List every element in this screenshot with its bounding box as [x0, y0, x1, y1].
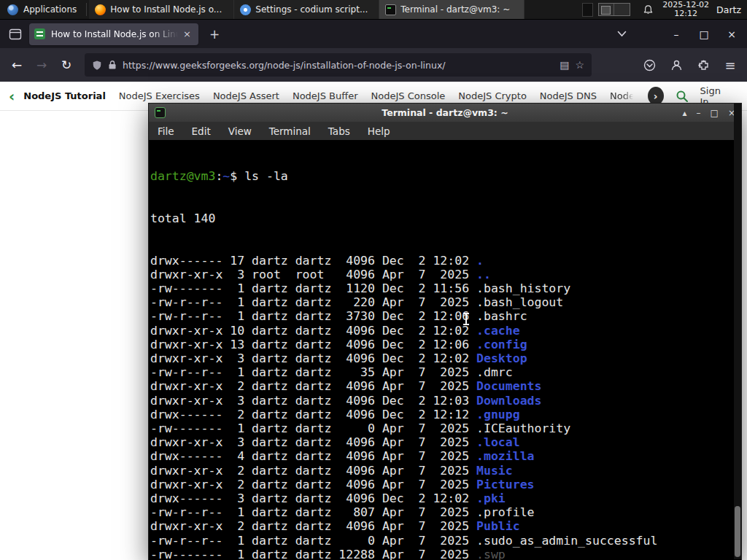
- search-icon[interactable]: [676, 90, 689, 103]
- ls-row: drwxr-xr-x 10 dartz dartz 4096 Dec 2 12:…: [150, 324, 741, 338]
- browser-close-button[interactable]: ×: [721, 25, 743, 44]
- sitenav-item[interactable]: NodeJS Tutorial: [23, 90, 106, 101]
- panel-window-button[interactable]: Terminal - dartz@vm3: ~: [379, 0, 525, 19]
- lock-icon[interactable]: [108, 60, 117, 70]
- terminal-scrollbar-thumb[interactable]: [735, 506, 740, 557]
- ls-row: -rw-r--r-- 1 dartz dartz 0 Apr 7 2025 .s…: [150, 534, 741, 548]
- clock[interactable]: 2025-12-02 12:12: [662, 1, 709, 18]
- sitenav-item[interactable]: Node: [610, 90, 635, 101]
- ls-row: drwxr-xr-x 3 root root 4096 Apr 7 2025 .…: [150, 268, 741, 281]
- ls-filename: ..: [476, 268, 491, 281]
- reader-mode-icon[interactable]: ▤: [560, 59, 569, 71]
- terminal-menu-item[interactable]: Edit: [192, 125, 211, 137]
- ls-columns: drwxr-xr-x 2 dartz dartz 4096 Apr 7 2025: [150, 464, 476, 478]
- applications-icon: [7, 4, 18, 15]
- geeksforgeeks-favicon-icon: [34, 28, 45, 39]
- tab-title: How to Install Node.js on Linux: [51, 29, 181, 39]
- workspace-2[interactable]: [614, 4, 630, 15]
- ls-row: drwxr-xr-x 13 dartz dartz 4096 Dec 2 12:…: [150, 338, 741, 351]
- desktop: Applications How to Install Node.js o...…: [0, 0, 747, 560]
- account-icon[interactable]: [665, 54, 687, 76]
- panel-window-button[interactable]: Settings - codium script...: [234, 0, 379, 19]
- ls-row: drwxr-xr-x 3 dartz dartz 4096 Dec 2 12:0…: [150, 394, 741, 408]
- menu-icon[interactable]: ≡: [719, 54, 741, 76]
- panel-window-button[interactable]: How to Install Node.js o...: [89, 0, 234, 19]
- terminal-menu-item[interactable]: File: [158, 125, 174, 137]
- firefox-view-icon[interactable]: [6, 25, 25, 44]
- ls-filename: Desktop: [476, 351, 527, 365]
- forward-button[interactable]: →: [31, 54, 53, 76]
- new-tab-button[interactable]: +: [204, 24, 225, 44]
- ls-row: drwxr-xr-x 3 dartz dartz 4096 Dec 2 12:0…: [150, 351, 741, 365]
- ls-filename: .bash_logout: [476, 295, 563, 309]
- workspace-1[interactable]: [599, 4, 614, 15]
- sitenav-item[interactable]: NodeJS DNS: [540, 90, 597, 101]
- show-desktop-button[interactable]: [582, 3, 593, 17]
- reload-button[interactable]: ↻: [55, 54, 77, 76]
- back-button[interactable]: ←: [6, 54, 28, 76]
- sitenav-item[interactable]: NodeJS Assert: [213, 90, 279, 101]
- terminal-window-controls: ▴ – □ ×: [683, 108, 735, 118]
- url-bar[interactable]: https://www.geeksforgeeks.org/node-js/in…: [85, 53, 592, 77]
- terminal-menu-item[interactable]: Terminal: [269, 125, 311, 137]
- ls-columns: -rw-r--r-- 1 dartz dartz 807 Apr 7 2025: [150, 505, 476, 519]
- terminal-shade-button[interactable]: ▴: [683, 108, 687, 118]
- ls-filename: Downloads: [476, 394, 541, 408]
- ls-columns: -rw-r--r-- 1 dartz dartz 3730 Dec 2 12:0…: [150, 309, 476, 323]
- browser-window-controls: – □ ×: [665, 25, 743, 44]
- terminal-menu-item[interactable]: Tabs: [328, 125, 350, 137]
- ls-row: -rw-r--r-- 1 dartz dartz 807 Apr 7 2025 …: [150, 505, 741, 519]
- terminal-menu-item[interactable]: Help: [368, 125, 390, 137]
- terminal-minimize-button[interactable]: –: [697, 108, 701, 118]
- ls-columns: -rw-r--r-- 1 dartz dartz 220 Apr 7 2025: [150, 295, 476, 309]
- ls-columns: drwxr-xr-x 3 dartz dartz 4096 Apr 7 2025: [150, 435, 476, 449]
- terminal-menu-item[interactable]: View: [228, 125, 252, 137]
- url-text[interactable]: https://www.geeksforgeeks.org/node-js/in…: [123, 60, 554, 71]
- tab-close-icon[interactable]: ×: [181, 28, 193, 39]
- terminal-maximize-button[interactable]: □: [711, 108, 719, 118]
- ls-columns: drwx------ 4 dartz dartz 4096 Apr 7 2025: [150, 449, 476, 463]
- bookmark-star-icon[interactable]: ☆: [575, 59, 584, 71]
- prompt-line: dartz@vm3:~$ ls -la: [150, 169, 741, 183]
- nav-chevron-left-icon[interactable]: ‹: [9, 88, 15, 105]
- browser-minimize-button[interactable]: –: [665, 25, 687, 44]
- ls-filename: .config: [476, 338, 527, 351]
- toolbar-icon-cluster: ≡: [638, 54, 741, 76]
- browser-maximize-button[interactable]: □: [693, 25, 715, 44]
- workspace-switcher[interactable]: [598, 3, 630, 16]
- ls-filename: .sudo_as_admin_successful: [476, 534, 657, 548]
- panel-user-label[interactable]: Dartz: [716, 4, 741, 15]
- ls-columns: drwxr-xr-x 3 dartz dartz 4096 Dec 2 12:0…: [150, 351, 476, 365]
- sitenav-item[interactable]: NodeJS Buffer: [293, 90, 358, 101]
- terminal-titlebar[interactable]: Terminal - dartz@vm3: ~ ▴ – □ ×: [149, 104, 741, 122]
- ls-filename: .ICEauthority: [476, 421, 570, 435]
- browser-nav-bar: ← → ↻ https://www.geeksforgeeks.org/node…: [0, 48, 747, 82]
- browser-tab[interactable]: How to Install Node.js on Linux ×: [29, 23, 198, 45]
- ls-row: -rw-r--r-- 1 dartz dartz 220 Apr 7 2025 …: [150, 295, 741, 309]
- ls-row: -rw-r--r-- 1 dartz dartz 35 Apr 7 2025 .…: [150, 365, 741, 379]
- sitenav-item[interactable]: NodeJS Console: [371, 90, 446, 101]
- extensions-icon[interactable]: [692, 54, 714, 76]
- ls-columns: -rw-r--r-- 1 dartz dartz 0 Apr 7 2025: [150, 534, 476, 548]
- pocket-icon[interactable]: [638, 54, 660, 76]
- terminal-title: Terminal - dartz@vm3: ~: [149, 107, 741, 118]
- ls-columns: drwx------ 3 dartz dartz 4096 Dec 2 12:0…: [150, 491, 476, 505]
- sitenav-item[interactable]: NodeJS Exercises: [119, 90, 200, 101]
- prompt-path: ~: [222, 169, 230, 183]
- ls-filename: Public: [476, 519, 520, 533]
- sitenav-item[interactable]: NodeJS Crypto: [458, 90, 527, 101]
- ls-columns: drwxr-xr-x 10 dartz dartz 4096 Dec 2 12:…: [150, 324, 476, 338]
- ls-columns: drwxr-xr-x 2 dartz dartz 4096 Apr 7 2025: [150, 478, 476, 491]
- ls-filename: .: [476, 254, 484, 268]
- terminal-app-icon: [155, 107, 166, 118]
- terminal-scrollbar[interactable]: [734, 104, 741, 559]
- ls-columns: drwxr-xr-x 2 dartz dartz 4096 Apr 7 2025: [150, 379, 476, 393]
- terminal-output[interactable]: dartz@vm3:~$ ls -la total 140 drwx------…: [149, 140, 741, 560]
- applications-menu-button[interactable]: Applications: [0, 0, 84, 19]
- ls-columns: -rw------- 1 dartz dartz 0 Apr 7 2025: [150, 421, 476, 435]
- notification-bell-icon[interactable]: [639, 0, 657, 19]
- list-all-tabs-chevron-icon[interactable]: [611, 24, 632, 44]
- ls-columns: drwxr-xr-x 13 dartz dartz 4096 Dec 2 12:…: [150, 338, 476, 351]
- terminal-window[interactable]: Terminal - dartz@vm3: ~ ▴ – □ × FileEdit…: [148, 103, 742, 560]
- tracking-shield-icon[interactable]: [92, 60, 102, 71]
